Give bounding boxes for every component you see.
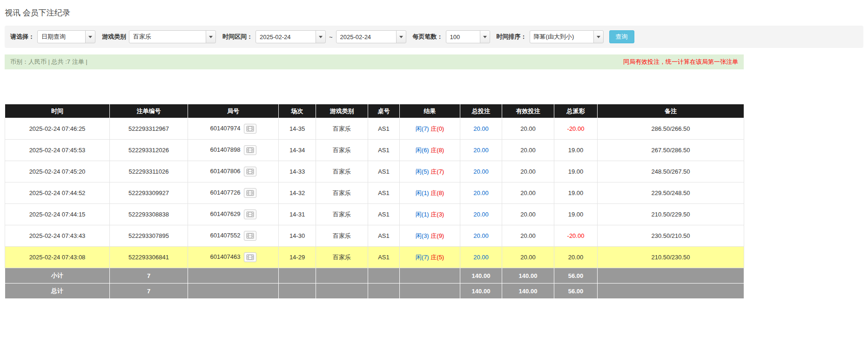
result-player: 闲(5)	[416, 168, 429, 175]
video-replay-icon[interactable]	[244, 167, 256, 176]
chevron-down-icon[interactable]	[206, 30, 216, 43]
cell-time: 2025-02-24 07:43:43	[5, 225, 110, 247]
cell-bet-id: 522293312026	[110, 140, 188, 161]
table-row: 2025-02-24 07:45:53522293312026601407898…	[5, 140, 744, 161]
cell-payout: -20.00	[554, 225, 598, 247]
video-replay-icon[interactable]	[244, 188, 256, 198]
cell-total-bet: 20.00	[460, 247, 502, 268]
video-replay-icon[interactable]	[244, 145, 256, 155]
cell-game-type: 百家乐	[316, 182, 368, 204]
chevron-down-icon[interactable]	[85, 30, 95, 43]
total-bet-link[interactable]: 20.00	[473, 147, 489, 154]
search-button[interactable]: 查询	[609, 30, 634, 43]
total-count: 7	[110, 284, 188, 299]
chevron-down-icon[interactable]	[396, 30, 406, 43]
game-type-input[interactable]	[129, 30, 206, 43]
page-size-input[interactable]	[446, 30, 480, 43]
date-to-input[interactable]	[336, 30, 397, 43]
subtotal-empty-cell	[598, 268, 744, 284]
col-header-table-no: 桌号	[368, 104, 400, 118]
total-empty-cell	[368, 284, 400, 299]
cell-valid-bet: 20.00	[502, 182, 554, 204]
cell-table-no: AS1	[368, 204, 400, 225]
date-range-separator: ~	[329, 34, 333, 41]
cell-bet-id: 522293312967	[110, 118, 188, 140]
total-bet-link[interactable]: 20.00	[473, 232, 489, 239]
chevron-down-icon[interactable]	[593, 30, 604, 43]
cell-round-id: 601407629	[188, 204, 279, 225]
total-bet-link[interactable]: 20.00	[473, 125, 489, 132]
page-title: 视讯 会员下注纪录	[5, 7, 863, 18]
cell-remark: 267.50/286.50	[598, 140, 744, 161]
video-replay-icon[interactable]	[244, 209, 256, 219]
result-player: 闲(1)	[416, 211, 429, 218]
table-row: 2025-02-24 07:46:25522293312967601407974…	[5, 118, 744, 140]
total-bet-link[interactable]: 20.00	[473, 211, 489, 218]
filter-group-sort: 时间排序：	[490, 30, 604, 43]
cell-remark: 210.50/229.50	[598, 204, 744, 225]
caret-glyph	[88, 36, 92, 38]
cell-round-id: 601407552	[188, 225, 279, 247]
cell-game-type: 百家乐	[316, 247, 368, 268]
table-row: 2025-02-24 07:45:20522293311026601407806…	[5, 161, 744, 182]
game-type-label: 游戏类别	[102, 33, 126, 41]
cell-total-bet: 20.00	[460, 140, 502, 161]
total-bet-link[interactable]: 20.00	[473, 168, 489, 175]
total-bet-link[interactable]: 20.00	[473, 189, 489, 196]
filter-group-game-type: 游戏类别	[95, 30, 216, 43]
total-empty-cell	[400, 284, 460, 299]
subtotal-count: 7	[110, 268, 188, 284]
date-from-input[interactable]	[256, 30, 316, 43]
cell-round-id: 601407806	[188, 161, 279, 182]
cell-game-type: 百家乐	[316, 204, 368, 225]
total-total-bet: 140.00	[460, 284, 502, 299]
cell-valid-bet: 20.00	[502, 204, 554, 225]
payout-value: 19.00	[568, 211, 584, 218]
cell-table-no: AS1	[368, 118, 400, 140]
cell-round-id: 601407463	[188, 247, 279, 268]
chevron-down-icon[interactable]	[316, 30, 326, 43]
table-footer: 小计 7 140.00 140.00 56.00 总计 7 1	[5, 268, 744, 299]
result-player: 闲(7)	[416, 254, 429, 261]
film-glyph	[246, 190, 254, 196]
video-replay-icon[interactable]	[244, 252, 256, 262]
cell-total-bet: 20.00	[460, 204, 502, 225]
cell-valid-bet: 20.00	[502, 247, 554, 268]
total-bet-link[interactable]: 20.00	[473, 254, 489, 261]
cell-total-bet: 20.00	[460, 161, 502, 182]
filter-group-date-type: 请选择：	[9, 30, 95, 43]
payout-value: 19.00	[568, 147, 584, 154]
cell-remark: 230.50/210.50	[598, 225, 744, 247]
cell-result: 闲(1) 庄(8)	[400, 182, 460, 204]
col-header-remark: 备注	[598, 104, 744, 118]
cell-game-type: 百家乐	[316, 140, 368, 161]
video-replay-icon[interactable]	[244, 124, 256, 134]
cell-bet-id: 522293308838	[110, 204, 188, 225]
film-glyph	[246, 211, 254, 217]
chevron-down-icon[interactable]	[480, 30, 490, 43]
cell-session: 14-34	[279, 140, 316, 161]
table-row: 2025-02-24 07:44:52522293309927601407726…	[5, 182, 744, 204]
filter-group-page-size: 每页笔数：	[406, 30, 490, 43]
sort-input[interactable]	[530, 30, 594, 43]
subtotal-payout: 56.00	[554, 268, 598, 284]
total-row: 总计 7 140.00 140.00 56.00	[5, 284, 744, 299]
subtotal-empty-cell	[188, 268, 279, 284]
payout-value: -20.00	[567, 232, 585, 239]
subtotal-empty-cell	[316, 268, 368, 284]
date-type-input[interactable]	[37, 30, 86, 43]
cell-game-type: 百家乐	[316, 225, 368, 247]
header-row: 时间 注单编号 局号 场次 游戏类别 桌号 结果 总投注 有效投注 总派彩 备注	[5, 104, 744, 118]
result-banker: 庄(8)	[431, 147, 444, 154]
cell-total-bet: 20.00	[460, 225, 502, 247]
cell-table-no: AS1	[368, 247, 400, 268]
col-header-result: 结果	[400, 104, 460, 118]
cell-table-no: AS1	[368, 161, 400, 182]
video-replay-icon[interactable]	[244, 231, 256, 241]
caret-glyph	[399, 36, 403, 38]
result-banker: 庄(9)	[431, 232, 444, 239]
date-to-combo	[336, 30, 406, 43]
cell-session: 14-33	[279, 161, 316, 182]
cell-session: 14-31	[279, 204, 316, 225]
col-header-game-type: 游戏类别	[316, 104, 368, 118]
